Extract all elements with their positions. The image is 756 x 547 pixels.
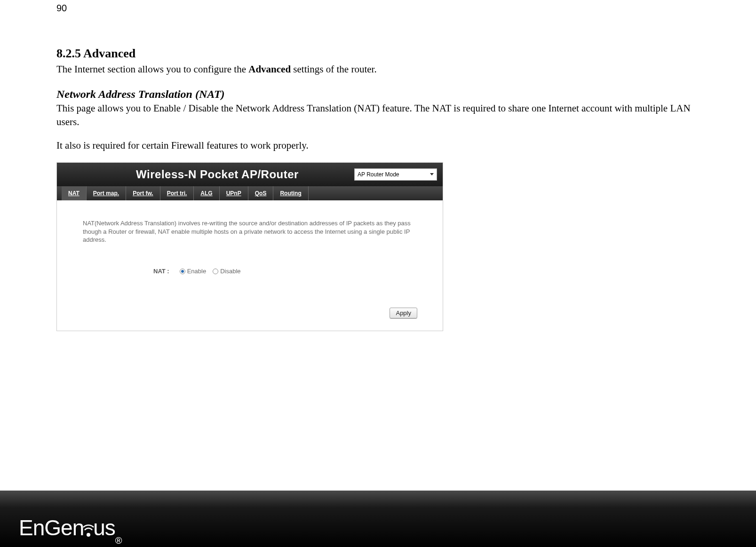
tab-port-tri[interactable]: Port tri. <box>160 186 194 200</box>
intro-paragraph: The Internet section allows you to confi… <box>56 63 700 76</box>
nat-radio-disable[interactable]: Disable <box>213 268 240 275</box>
mode-select[interactable]: AP Router Mode <box>354 168 437 181</box>
firewall-paragraph: It also is required for certain Firewall… <box>56 139 700 152</box>
nat-radio-disable-label: Disable <box>220 268 240 275</box>
intro-pre: The Internet section allows you to confi… <box>56 63 248 75</box>
nat-field-label: NAT : <box>153 268 169 275</box>
router-tabs: NAT Port map. Port fw. Port tri. ALG UPn… <box>57 186 443 200</box>
mode-select-value: AP Router Mode <box>358 171 399 178</box>
router-header: Wireless-N Pocket AP/Router AP Router Mo… <box>57 163 443 186</box>
intro-bold: Advanced <box>248 63 291 75</box>
tab-alg[interactable]: ALG <box>194 186 219 200</box>
tab-qos[interactable]: QoS <box>248 186 274 200</box>
tab-port-fw[interactable]: Port fw. <box>126 186 160 200</box>
router-description: NAT(Network Address Translation) involve… <box>83 219 419 244</box>
svg-point-0 <box>87 533 90 537</box>
tab-upnp[interactable]: UPnP <box>220 186 248 200</box>
nat-paragraph: This page allows you to Enable / Disable… <box>56 102 700 128</box>
tab-routing[interactable]: Routing <box>273 186 308 200</box>
intro-post: settings of the router. <box>291 63 377 75</box>
nat-radio-enable[interactable]: Enable <box>180 268 206 275</box>
tab-nat[interactable]: NAT <box>62 186 87 200</box>
wifi-icon <box>83 519 94 538</box>
engenius-logo: EnGen us® <box>19 515 122 540</box>
router-title: Wireless-N Pocket AP/Router <box>80 168 354 181</box>
sub-heading-nat: Network Address Translation (NAT) <box>56 88 700 101</box>
router-screenshot: Wireless-N Pocket AP/Router AP Router Mo… <box>56 162 443 331</box>
radio-icon <box>180 269 185 274</box>
section-heading: 8.2.5 Advanced <box>56 47 700 61</box>
apply-button[interactable]: Apply <box>390 308 417 318</box>
nat-radio-enable-label: Enable <box>187 268 206 275</box>
page-footer: EnGen us® <box>0 491 756 547</box>
page-number: 90 <box>56 3 700 14</box>
nat-option-row: NAT : Enable Disable <box>153 268 419 275</box>
router-body: NAT(Network Address Translation) involve… <box>57 200 443 331</box>
radio-icon <box>213 269 218 274</box>
tab-port-map[interactable]: Port map. <box>87 186 126 200</box>
